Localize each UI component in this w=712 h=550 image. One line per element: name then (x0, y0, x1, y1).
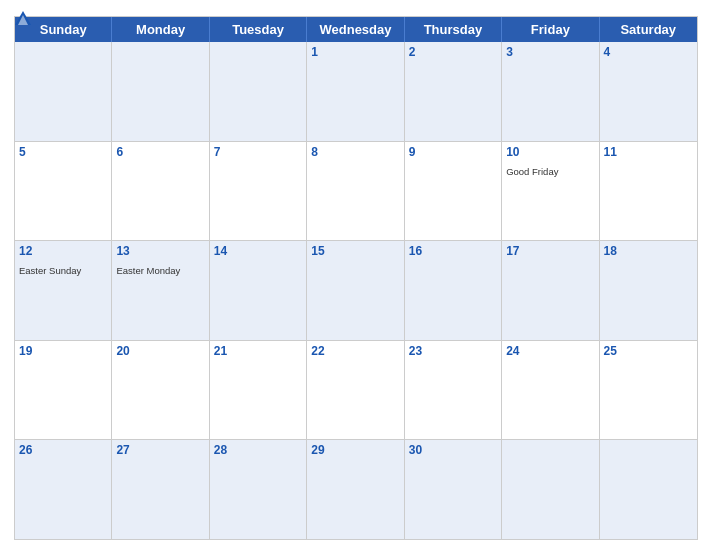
day-number: 15 (311, 244, 399, 258)
day-number: 3 (506, 45, 594, 59)
calendar-cell-11: 11 (600, 142, 697, 241)
calendar-cell-30: 30 (405, 440, 502, 539)
calendar-grid: SundayMondayTuesdayWednesdayThursdayFrid… (14, 16, 698, 540)
weekday-header-monday: Monday (112, 17, 209, 42)
calendar-week-2: 5678910Good Friday11 (15, 142, 697, 242)
calendar-cell-8: 8 (307, 142, 404, 241)
day-number: 24 (506, 344, 594, 358)
calendar-cell-15: 15 (307, 241, 404, 340)
calendar-cell-22: 22 (307, 341, 404, 440)
logo-icon (14, 10, 32, 26)
calendar-cell-13: 13Easter Monday (112, 241, 209, 340)
calendar-body: 12345678910Good Friday1112Easter Sunday1… (15, 42, 697, 539)
calendar-cell-empty-0-1 (112, 42, 209, 141)
calendar-cell-3: 3 (502, 42, 599, 141)
calendar-cell-26: 26 (15, 440, 112, 539)
weekday-header-row: SundayMondayTuesdayWednesdayThursdayFrid… (15, 17, 697, 42)
day-number: 10 (506, 145, 594, 159)
calendar-cell-28: 28 (210, 440, 307, 539)
calendar-cell-16: 16 (405, 241, 502, 340)
calendar-cell-9: 9 (405, 142, 502, 241)
calendar-cell-empty-4-5 (502, 440, 599, 539)
day-number: 16 (409, 244, 497, 258)
day-number: 18 (604, 244, 693, 258)
day-number: 13 (116, 244, 204, 258)
calendar-page: SundayMondayTuesdayWednesdayThursdayFrid… (0, 0, 712, 550)
day-number: 7 (214, 145, 302, 159)
calendar-week-3: 12Easter Sunday13Easter Monday1415161718 (15, 241, 697, 341)
calendar-cell-17: 17 (502, 241, 599, 340)
day-number: 9 (409, 145, 497, 159)
day-number: 25 (604, 344, 693, 358)
day-number: 19 (19, 344, 107, 358)
day-number: 26 (19, 443, 107, 457)
calendar-week-4: 19202122232425 (15, 341, 697, 441)
day-number: 2 (409, 45, 497, 59)
weekday-header-wednesday: Wednesday (307, 17, 404, 42)
day-number: 4 (604, 45, 693, 59)
calendar-cell-18: 18 (600, 241, 697, 340)
day-number: 23 (409, 344, 497, 358)
calendar-week-1: 1234 (15, 42, 697, 142)
day-number: 20 (116, 344, 204, 358)
calendar-cell-empty-0-2 (210, 42, 307, 141)
day-number: 29 (311, 443, 399, 457)
calendar-cell-12: 12Easter Sunday (15, 241, 112, 340)
calendar-cell-empty-4-6 (600, 440, 697, 539)
calendar-cell-empty-0-0 (15, 42, 112, 141)
calendar-cell-4: 4 (600, 42, 697, 141)
weekday-header-thursday: Thursday (405, 17, 502, 42)
calendar-cell-24: 24 (502, 341, 599, 440)
calendar-cell-1: 1 (307, 42, 404, 141)
calendar-cell-19: 19 (15, 341, 112, 440)
calendar-cell-10: 10Good Friday (502, 142, 599, 241)
calendar-cell-14: 14 (210, 241, 307, 340)
calendar-cell-6: 6 (112, 142, 209, 241)
calendar-cell-23: 23 (405, 341, 502, 440)
day-number: 17 (506, 244, 594, 258)
day-number: 14 (214, 244, 302, 258)
calendar-cell-21: 21 (210, 341, 307, 440)
calendar-cell-29: 29 (307, 440, 404, 539)
calendar-cell-5: 5 (15, 142, 112, 241)
day-number: 6 (116, 145, 204, 159)
day-number: 21 (214, 344, 302, 358)
day-number: 28 (214, 443, 302, 457)
calendar-cell-2: 2 (405, 42, 502, 141)
calendar-cell-27: 27 (112, 440, 209, 539)
day-event: Easter Sunday (19, 265, 81, 276)
calendar-week-5: 2627282930 (15, 440, 697, 539)
calendar-cell-7: 7 (210, 142, 307, 241)
day-number: 30 (409, 443, 497, 457)
calendar-cell-20: 20 (112, 341, 209, 440)
day-number: 27 (116, 443, 204, 457)
day-event: Good Friday (506, 166, 558, 177)
day-number: 12 (19, 244, 107, 258)
calendar-cell-25: 25 (600, 341, 697, 440)
logo (14, 10, 34, 26)
weekday-header-friday: Friday (502, 17, 599, 42)
day-number: 11 (604, 145, 693, 159)
weekday-header-saturday: Saturday (600, 17, 697, 42)
day-number: 1 (311, 45, 399, 59)
day-number: 8 (311, 145, 399, 159)
day-number: 22 (311, 344, 399, 358)
day-event: Easter Monday (116, 265, 180, 276)
weekday-header-tuesday: Tuesday (210, 17, 307, 42)
day-number: 5 (19, 145, 107, 159)
